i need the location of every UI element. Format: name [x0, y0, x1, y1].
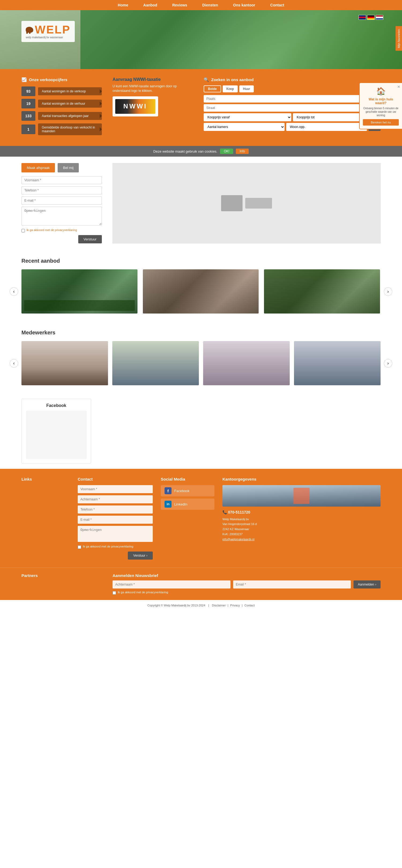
- nieuwsbrief-privacy-checkbox[interactable]: [113, 591, 116, 595]
- nav-diensten[interactable]: Diensten: [195, 0, 226, 10]
- cookie-ok-btn[interactable]: OK!: [220, 149, 233, 154]
- med-carousel-left-btn[interactable]: ‹: [10, 359, 18, 368]
- logo-box: WELP welp makelaardij bv wassenaar: [22, 21, 75, 42]
- flag-nl[interactable]: [376, 15, 383, 20]
- nav-reviews[interactable]: Reviews: [165, 0, 195, 10]
- stat-badge-2: 19: [22, 99, 35, 108]
- disclaimer-link[interactable]: Disclaimer: [212, 604, 226, 607]
- nav-ons-kantoor[interactable]: Ons kantoor: [226, 0, 263, 10]
- linkedin-social-icon: in: [165, 501, 172, 508]
- medewerker-card-2[interactable]: [112, 341, 199, 385]
- chart-icon: 📈: [22, 77, 27, 82]
- email-input[interactable]: [22, 196, 102, 205]
- search-icon-header: 🔍: [204, 77, 209, 82]
- footer-submit-btn[interactable]: Verstuur ›: [128, 552, 153, 560]
- zoeken-title: 🔍 Zoeken in ons aanbod: [204, 77, 380, 82]
- maak-afspraak-btn[interactable]: Maak afspraak: [22, 163, 55, 173]
- footer-kantoor-title: Kantoorgegevens: [223, 477, 380, 482]
- flag-de[interactable]: [367, 15, 375, 20]
- stat-label-2: Aantal woningen in de verhuur: [38, 100, 102, 107]
- nieuwsbrief-email-input[interactable]: [233, 581, 351, 588]
- carousel-right-btn[interactable]: ›: [384, 287, 392, 296]
- tab-huur[interactable]: Huur: [239, 85, 254, 92]
- main-nav: Home Aanbod Reviews Diensten Ons kantoor…: [0, 0, 402, 10]
- privacy-checkbox[interactable]: [22, 229, 25, 232]
- house-icon: 🏠: [376, 86, 386, 96]
- footer-opmerkingen-textarea[interactable]: [78, 526, 153, 542]
- carousel-left-btn[interactable]: ‹: [10, 287, 18, 296]
- facebook-social-btn[interactable]: f Facebook: [161, 485, 214, 496]
- medewerkers-title: Medewerkers: [22, 330, 380, 336]
- plaats-input[interactable]: [204, 95, 380, 102]
- medewerkers-section: Medewerkers ‹ ›: [0, 321, 402, 393]
- contact-form-section: Maak afspraak Bel mij Ik ga akkoord met …: [22, 163, 102, 243]
- nieuwsbrief-title: Aanmelden Nieuwsbrief: [113, 573, 380, 578]
- contact-copyright-link[interactable]: Contact: [245, 604, 255, 607]
- woon-opp-select[interactable]: Woon.opp.: [286, 123, 367, 131]
- map-placeholder: [113, 163, 380, 243]
- property-card-3[interactable]: [264, 269, 380, 313]
- mijn-favorieten[interactable]: Mijn favorieten: [396, 26, 402, 51]
- aanvraag-title: Aanvraag NWWI-taxatie: [113, 77, 193, 82]
- nav-contact[interactable]: Contact: [263, 0, 292, 10]
- partners-col: Partners: [22, 573, 102, 581]
- footer: Links Contact Ik ga akkoord met de priva…: [0, 469, 402, 567]
- kantoor-image: [223, 485, 380, 506]
- tab-koop[interactable]: Koop: [223, 85, 238, 92]
- nwwi-logo-box[interactable]: NWWI: [113, 96, 158, 117]
- tab-beide[interactable]: Beide: [204, 85, 221, 92]
- contact-area: Maak afspraak Bel mij Ik ga akkoord met …: [0, 157, 402, 250]
- waard-close-btn[interactable]: ✕: [397, 85, 400, 89]
- privacy-link[interactable]: Privacy: [230, 604, 240, 607]
- footer-email-input[interactable]: [78, 516, 153, 524]
- aanmelden-btn[interactable]: Aanmelden ›: [353, 581, 380, 588]
- kantoor-phone: 📞 070-5111720: [223, 509, 380, 516]
- linkedin-social-btn[interactable]: in LinkedIn: [161, 498, 214, 510]
- facebook-title: Facebook: [26, 403, 87, 408]
- nieuwsbrief-privacy-row: Ik ga akkoord met de privacyverklaring: [113, 591, 380, 595]
- stat-badge-3: 133: [22, 111, 35, 121]
- footer-voornaam-input[interactable]: [78, 485, 153, 493]
- nav-home[interactable]: Home: [110, 0, 136, 10]
- footer-privacy-row: Ik ga akkoord met de privacyverklaring: [78, 545, 153, 549]
- voornaam-input[interactable]: [22, 176, 102, 184]
- footer-kantoor-col: Kantoorgegevens 📞 070-5111720 Welp Makel…: [223, 477, 380, 560]
- footer-social-col: Social Media f Facebook in LinkedIn: [161, 477, 214, 560]
- aanvraag-desc: U kunt een NWWI-taxatie aanvragen door o…: [113, 84, 193, 93]
- kantoor-info: 📞 070-5111720 Welp Makelaardij bv Van Ho…: [223, 509, 380, 541]
- koopprijs-vanaf-select[interactable]: Koopprijs vanaf: [204, 113, 291, 121]
- partners-nieuwsbrief-section: Partners Aanmelden Nieuwsbrief Aanmelden…: [0, 567, 402, 600]
- telefoon-input[interactable]: [22, 186, 102, 194]
- opmerkingen-textarea[interactable]: [22, 207, 102, 225]
- bel-mij-btn[interactable]: Bel mij: [58, 163, 79, 173]
- cookie-info-btn[interactable]: Info: [236, 149, 249, 154]
- medewerker-card-1[interactable]: [22, 341, 108, 385]
- property-carousel: [22, 269, 380, 313]
- straat-input[interactable]: [204, 104, 380, 112]
- zoeken-section: 🔍 Zoeken in ons aanbod Beide Koop Huur K…: [204, 77, 380, 138]
- filter-tabs: Beide Koop Huur: [204, 85, 380, 92]
- kantoor-email-link[interactable]: info@welpmakelaardij.nl: [223, 537, 254, 541]
- medewerker-card-4[interactable]: [294, 341, 380, 385]
- flag-gb[interactable]: [358, 15, 366, 20]
- verkoopcijfers-title: 📈 Onze verkoopcijfers: [22, 77, 102, 82]
- footer-social-title: Social Media: [161, 477, 214, 482]
- bereken-btn[interactable]: Bereken het nu: [363, 119, 399, 126]
- footer-achternaam-input[interactable]: [78, 495, 153, 503]
- footer-telefoon-input[interactable]: [78, 505, 153, 514]
- nav-aanbod[interactable]: Aanbod: [136, 0, 165, 10]
- medewerker-card-3[interactable]: [203, 341, 290, 385]
- aantal-kamers-select[interactable]: Aantal kamers: [204, 123, 285, 131]
- stat-row-3: 133 Aantal transacties afgelopen jaar: [22, 111, 102, 121]
- property-card-2[interactable]: [143, 269, 259, 313]
- med-carousel-right-btn[interactable]: ›: [384, 359, 392, 368]
- footer-links-col: Links: [22, 477, 70, 560]
- verstuur-btn[interactable]: Verstuur: [78, 235, 102, 243]
- hero-section: WELP welp makelaardij bv wassenaar Mijn …: [0, 10, 402, 69]
- footer-contact-col: Contact Ik ga akkoord met de privacyverk…: [78, 477, 153, 560]
- stat-label-1: Aantal woningen in de verkoop: [38, 87, 102, 95]
- stat-label-3: Aantal transacties afgelopen jaar: [38, 112, 102, 120]
- nieuwsbrief-achternaam-input[interactable]: [113, 581, 230, 588]
- footer-privacy-checkbox[interactable]: [78, 546, 81, 549]
- property-card-1[interactable]: [22, 269, 138, 313]
